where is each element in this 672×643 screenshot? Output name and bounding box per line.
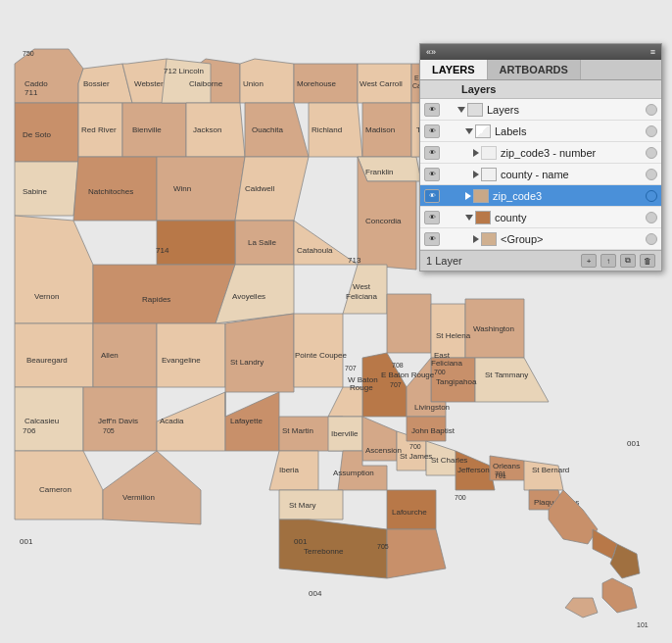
svg-text:Claiborne: Claiborne [189, 79, 223, 88]
svg-text:Bossier: Bossier [83, 79, 110, 88]
layer-name-zip-code3: zip_code3 [491, 190, 644, 202]
svg-marker-153 [593, 529, 617, 559]
layers-panel: «» ≡ LAYERS ARTBOARDS Layers 👁 Layers 👁 [419, 43, 662, 272]
svg-text:705: 705 [377, 543, 389, 550]
layer-row-zip-code3[interactable]: 👁 zip_code3 [420, 185, 661, 207]
expand-triangle-county[interactable] [465, 215, 473, 221]
svg-text:Calcasieu: Calcasieu [24, 417, 59, 425]
layer-row-layers[interactable]: 👁 Layers [420, 99, 661, 121]
panel-tabs: LAYERS ARTBOARDS [420, 60, 661, 80]
expand-triangle-layers[interactable] [457, 107, 465, 113]
svg-text:Bienville: Bienville [132, 125, 162, 134]
circle-btn-county-name[interactable] [646, 169, 657, 180]
panel-titlebar: «» ≡ [420, 44, 661, 60]
svg-text:Sabine: Sabine [23, 187, 47, 196]
expand-triangle-zip-code3-number[interactable] [473, 149, 479, 157]
copy-layer-icon[interactable]: ⧉ [620, 254, 636, 268]
svg-text:St Landry: St Landry [230, 358, 264, 367]
expand-triangle-zip-code3[interactable] [465, 192, 471, 200]
svg-marker-64 [387, 529, 446, 578]
svg-text:Assumption: Assumption [333, 469, 374, 477]
svg-marker-27 [93, 265, 235, 323]
svg-marker-156 [565, 598, 598, 618]
svg-text:E Baton Rouge: E Baton Rouge [381, 371, 435, 379]
svg-text:Lafourche: Lafourche [392, 508, 427, 517]
expand-triangle-labels[interactable] [465, 128, 473, 134]
layer-name-group: <Group> [499, 233, 644, 245]
eye-btn-zip-code3[interactable]: 👁 [424, 189, 440, 203]
vis-box-zip-code3 [442, 189, 456, 203]
svg-marker-32 [225, 314, 294, 392]
layer-row-group[interactable]: 👁 <Group> [420, 228, 661, 250]
svg-text:Morehouse: Morehouse [297, 79, 337, 88]
svg-text:Union: Union [243, 79, 264, 88]
svg-text:Washington: Washington [473, 324, 514, 333]
layer-row-labels[interactable]: 👁 Labels [420, 121, 661, 142]
panel-titlebar-controls: ≡ [650, 47, 655, 57]
svg-text:La Salle: La Salle [248, 238, 276, 247]
svg-text:Orleans: Orleans [493, 462, 520, 470]
svg-text:John Baptist: John Baptist [411, 426, 456, 435]
expand-triangle-county-name[interactable] [473, 171, 479, 178]
svg-text:700: 700 [434, 369, 446, 375]
svg-text:Evangeline: Evangeline [162, 356, 201, 365]
move-layer-icon[interactable]: ↑ [600, 254, 616, 268]
svg-text:004: 004 [309, 589, 322, 598]
svg-marker-35 [387, 294, 431, 353]
svg-marker-20 [157, 157, 245, 221]
panel-collapse-arrows[interactable]: «» [426, 47, 436, 57]
circle-btn-group[interactable] [646, 233, 657, 245]
svg-text:Jefferson: Jefferson [457, 466, 490, 474]
eye-btn-labels[interactable]: 👁 [424, 124, 440, 138]
layer-row-zip-code3-number[interactable]: 👁 zip_code3 - number [420, 142, 661, 164]
svg-text:708: 708 [392, 362, 404, 369]
eye-btn-zip-code3-number[interactable]: 👁 [424, 146, 440, 160]
svg-marker-24 [157, 221, 235, 265]
svg-text:Tangipahoa: Tangipahoa [436, 377, 477, 386]
layer-thumb-layers [467, 103, 483, 117]
circle-btn-layers[interactable] [646, 104, 657, 116]
svg-text:Allen: Allen [101, 351, 119, 360]
svg-text:St Helena: St Helena [436, 331, 471, 340]
svg-text:St Mary: St Mary [289, 501, 316, 510]
new-layer-icon[interactable]: + [581, 254, 597, 268]
vis-box-county-name [442, 168, 456, 181]
svg-text:St Charles: St Charles [431, 456, 467, 465]
panel-menu-icon[interactable]: ≡ [650, 47, 655, 57]
svg-text:Natchitoches: Natchitoches [88, 187, 133, 196]
svg-text:Franklin: Franklin [365, 168, 393, 176]
svg-text:101: 101 [637, 621, 648, 628]
eye-btn-layers[interactable]: 👁 [424, 103, 440, 117]
layer-row-county-name[interactable]: 👁 county - name [420, 164, 661, 185]
svg-text:Cameron: Cameron [39, 485, 72, 494]
panel-header: Layers [420, 80, 661, 99]
delete-layer-icon[interactable]: 🗑 [640, 254, 655, 268]
svg-text:Livingston: Livingston [414, 403, 450, 412]
svg-text:Lafayette: Lafayette [230, 417, 263, 425]
layer-row-county[interactable]: 👁 county [420, 207, 661, 228]
svg-text:001: 001 [294, 537, 308, 546]
svg-text:St James: St James [400, 452, 432, 461]
tab-artboards[interactable]: ARTBOARDS [488, 60, 581, 79]
circle-btn-zip-code3-number[interactable] [646, 147, 657, 159]
svg-text:West Carroll: West Carroll [360, 79, 403, 88]
svg-text:Beauregard: Beauregard [26, 356, 68, 365]
circle-btn-labels[interactable] [646, 125, 657, 137]
eye-btn-county[interactable]: 👁 [424, 211, 440, 224]
svg-text:Feliciana: Feliciana [431, 359, 463, 368]
svg-text:Vermilion: Vermilion [122, 493, 155, 502]
svg-text:Catahoula: Catahoula [297, 246, 333, 255]
expand-triangle-group[interactable] [473, 235, 479, 243]
svg-text:Vernon: Vernon [34, 292, 59, 301]
vis-box-layers [442, 103, 456, 117]
eye-btn-county-name[interactable]: 👁 [424, 168, 440, 181]
circle-btn-county[interactable] [646, 212, 657, 223]
svg-marker-155 [602, 578, 637, 613]
eye-btn-group[interactable]: 👁 [424, 232, 440, 246]
svg-text:714: 714 [156, 246, 169, 255]
svg-text:Acadia: Acadia [160, 417, 184, 425]
svg-text:Rapides: Rapides [142, 295, 170, 304]
svg-text:706: 706 [23, 426, 36, 435]
circle-btn-zip-code3[interactable] [646, 190, 657, 202]
tab-layers[interactable]: LAYERS [420, 60, 488, 79]
